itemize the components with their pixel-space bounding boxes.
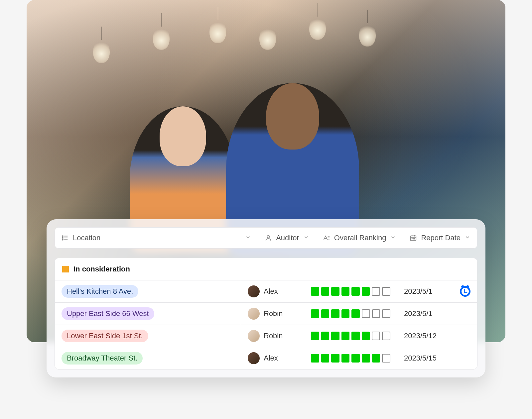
- auditor-name: Robin: [264, 332, 283, 340]
- filter-ranking-label: Overall Ranking: [334, 234, 386, 242]
- table-row[interactable]: Hell's Kitchen 8 Ave.Alex2023/5/1: [55, 280, 477, 303]
- date-cell[interactable]: 2023/5/12: [397, 327, 477, 345]
- svg-rect-11: [411, 236, 416, 241]
- rank-filled-icon: [311, 332, 319, 340]
- rank-filled-icon: [362, 332, 370, 340]
- filter-location-label: Location: [73, 234, 241, 242]
- location-tag: Lower East Side 1st St.: [62, 330, 148, 342]
- decor-bulb: [153, 27, 170, 50]
- rank-filled-icon: [331, 354, 339, 363]
- ranking-cell[interactable]: [304, 327, 397, 345]
- calendar-icon: [410, 234, 417, 242]
- auditor-name: Alex: [264, 354, 278, 363]
- rank-empty-icon: [372, 332, 380, 340]
- auditor-cell[interactable]: Robin: [241, 303, 304, 324]
- table-row[interactable]: Lower East Side 1st St.Robin2023/5/12: [55, 325, 477, 347]
- rank-filled-icon: [321, 309, 330, 318]
- filter-date[interactable]: Report Date: [403, 228, 477, 248]
- rank-filled-icon: [351, 309, 360, 318]
- svg-point-16: [413, 239, 414, 239]
- filter-location[interactable]: Location: [55, 228, 258, 248]
- report-date: 2023/5/1: [404, 309, 433, 318]
- rank-empty-icon: [382, 332, 390, 340]
- auditor-cell[interactable]: Robin: [241, 325, 304, 347]
- svg-point-15: [412, 239, 413, 239]
- auditor-name: Robin: [264, 309, 283, 318]
- rank-empty-icon: [382, 354, 390, 363]
- rank-filled-icon: [341, 287, 350, 296]
- avatar: [248, 352, 260, 364]
- rank-filled-icon: [362, 287, 370, 296]
- rank-filled-icon: [351, 287, 360, 296]
- report-date: 2023/5/1: [404, 287, 433, 296]
- chevron-down-icon: [245, 234, 251, 242]
- svg-point-4: [62, 239, 63, 240]
- format-icon: [323, 234, 330, 242]
- data-card: Location Auditor Overall Ranking: [47, 219, 485, 377]
- rank-empty-icon: [382, 309, 390, 318]
- date-cell[interactable]: 2023/5/15: [397, 349, 477, 367]
- filter-bar: Location Auditor Overall Ranking: [55, 227, 477, 249]
- rank-filled-icon: [351, 354, 360, 363]
- ranking-cell[interactable]: [304, 349, 397, 367]
- filter-date-label: Report Date: [421, 234, 461, 242]
- svg-point-6: [267, 236, 269, 238]
- rank-filled-icon: [362, 354, 370, 363]
- rank-filled-icon: [341, 332, 350, 340]
- auditor-name: Alex: [264, 287, 278, 296]
- svg-point-2: [62, 238, 63, 239]
- location-cell[interactable]: Broadway Theater St.: [55, 347, 241, 369]
- date-cell[interactable]: 2023/5/1: [397, 305, 477, 323]
- rank-filled-icon: [372, 354, 380, 363]
- location-tag: Hell's Kitchen 8 Ave.: [62, 285, 138, 298]
- filter-auditor[interactable]: Auditor: [258, 228, 316, 248]
- date-cell[interactable]: 2023/5/1: [397, 281, 477, 301]
- rank-empty-icon: [372, 287, 380, 296]
- avatar: [248, 285, 260, 297]
- chevron-down-icon: [303, 234, 309, 242]
- rank-filled-icon: [341, 309, 350, 318]
- decor-bulb: [359, 23, 376, 47]
- avatar: [248, 308, 260, 320]
- decor-bulb: [259, 27, 276, 50]
- rank-filled-icon: [311, 309, 319, 318]
- ranking-cell[interactable]: [304, 282, 397, 300]
- group-title: In consideration: [73, 265, 130, 273]
- rank-filled-icon: [311, 354, 319, 363]
- table-row[interactable]: Broadway Theater St.Alex2023/5/15: [55, 347, 477, 369]
- report-date: 2023/5/15: [404, 354, 437, 363]
- svg-point-0: [62, 236, 63, 237]
- alarm-clock-icon[interactable]: [460, 286, 470, 297]
- svg-point-17: [414, 239, 415, 239]
- location-cell[interactable]: Hell's Kitchen 8 Ave.: [55, 280, 241, 302]
- group-color-swatch: [62, 266, 69, 272]
- location-cell[interactable]: Upper East Side 66 West: [55, 303, 241, 325]
- decor-bulb: [93, 40, 110, 63]
- filter-auditor-label: Auditor: [276, 234, 299, 242]
- rank-filled-icon: [331, 287, 339, 296]
- ranking-cell[interactable]: [304, 305, 397, 323]
- rank-filled-icon: [331, 309, 339, 318]
- decor-bulb: [209, 20, 226, 43]
- list-icon: [62, 234, 69, 242]
- group-header[interactable]: In consideration: [55, 258, 477, 280]
- rank-filled-icon: [331, 332, 339, 340]
- location-cell[interactable]: Lower East Side 1st St.: [55, 325, 241, 347]
- rank-filled-icon: [321, 354, 330, 363]
- location-tag: Broadway Theater St.: [62, 352, 143, 365]
- auditor-cell[interactable]: Alex: [241, 281, 304, 302]
- avatar: [248, 330, 260, 342]
- rank-filled-icon: [311, 287, 319, 296]
- locations-table: In consideration Hell's Kitchen 8 Ave.Al…: [55, 258, 477, 369]
- rank-filled-icon: [321, 332, 330, 340]
- rank-empty-icon: [382, 287, 390, 296]
- table-row[interactable]: Upper East Side 66 WestRobin2023/5/1: [55, 303, 477, 325]
- rank-filled-icon: [321, 287, 330, 296]
- filter-ranking[interactable]: Overall Ranking: [316, 228, 403, 248]
- location-tag: Upper East Side 66 West: [62, 307, 154, 320]
- chevron-down-icon: [390, 234, 396, 242]
- rank-filled-icon: [351, 332, 360, 340]
- auditor-cell[interactable]: Alex: [241, 348, 304, 369]
- person-icon: [265, 234, 272, 242]
- chevron-down-icon: [465, 234, 470, 242]
